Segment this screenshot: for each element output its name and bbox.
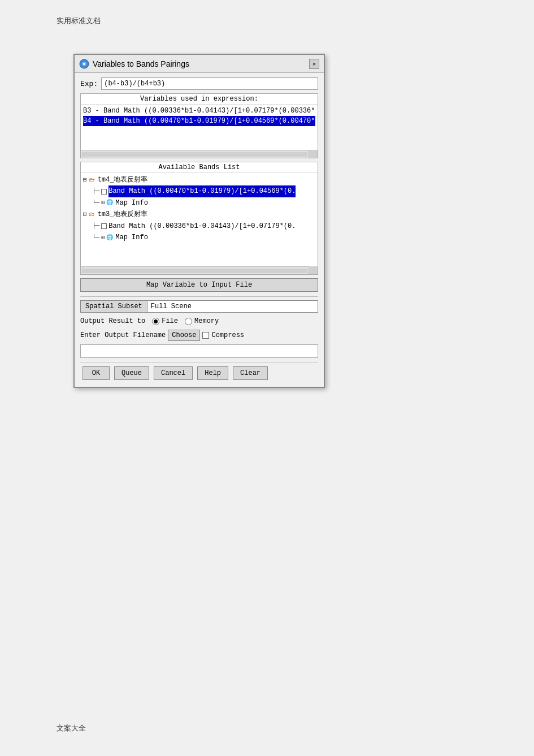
- available-bands-section: Available Bands List ⊟ 🗁 tm4_地表反射率 ├─ Ba: [80, 162, 318, 275]
- bands-scrollbar-corner: [309, 266, 318, 274]
- tree-item-tm4[interactable]: ⊟ 🗁 tm4_地表反射率: [83, 174, 315, 185]
- folder-icon-tm3: 🗁: [88, 210, 96, 218]
- dialog-title: Variables to Bands Pairings: [93, 59, 189, 68]
- output-file-label: File: [162, 317, 178, 325]
- tree-label-tm3: tm3_地表反射率: [98, 209, 148, 220]
- tree-item-tm3-mapinfo[interactable]: └─ ⊞ 🌐 Map Info: [92, 232, 315, 243]
- tree-line-tm4-child1: ├─: [92, 186, 99, 197]
- tree-line-tm4-child2: └─: [92, 198, 99, 209]
- dialog-body: Exp: Variables used in expression: B3 - …: [75, 73, 324, 387]
- globe-icon-tm3: 🌐: [106, 234, 114, 241]
- svg-point-2: [83, 63, 85, 65]
- filename-input[interactable]: [80, 344, 318, 358]
- variables-header: Variables used in expression:: [81, 94, 318, 105]
- spatial-subset-button[interactable]: Spatial Subset: [80, 300, 147, 313]
- page-background: 实用标准文档 文案大全 Variables to Bands Pairings …: [0, 0, 534, 756]
- tree-line-tm3-child2: └─: [92, 232, 99, 243]
- dialog-window: Variables to Bands Pairings × Exp: Varia…: [73, 54, 325, 388]
- available-bands-header: Available Bands List: [81, 162, 318, 173]
- tree-expand-mapinfo1[interactable]: ⊞: [101, 198, 105, 208]
- queue-button[interactable]: Queue: [114, 366, 149, 380]
- variables-scrollbar-horizontal[interactable]: [81, 150, 309, 158]
- var-line-2: B4 - Band Math ((0.00470*b1-0.01979)/[1+…: [83, 116, 315, 126]
- filename-row: Enter Output Filename Choose Compress: [80, 330, 318, 341]
- compress-row: Compress: [202, 331, 244, 339]
- dialog-titlebar: Variables to Bands Pairings ×: [75, 55, 324, 73]
- checkbox-tm3-bandmath[interactable]: [101, 223, 107, 229]
- tree-item-tm4-mapinfo[interactable]: └─ ⊞ 🌐 Map Info: [92, 197, 315, 209]
- choose-button[interactable]: Choose: [168, 330, 200, 341]
- expression-row: Exp:: [80, 77, 318, 90]
- scrollbar-track: [82, 152, 307, 157]
- globe-icon-tm4: 🌐: [106, 199, 114, 207]
- tree-label-tm3-bandmath: Band Math ((0.00336*b1-0.04143)/[1+0.071…: [108, 221, 296, 232]
- var-line-1: B3 - Band Math ((0.00336*b1-0.04143)/[1+…: [83, 106, 315, 116]
- output-label: Output Result to: [80, 317, 145, 325]
- tree-item-tm3[interactable]: ⊟ 🗁 tm3_地表反射率: [83, 209, 315, 220]
- filename-label: Enter Output Filename: [80, 331, 166, 339]
- help-button[interactable]: Help: [197, 366, 228, 380]
- expression-input[interactable]: [101, 77, 318, 90]
- dialog-close-button[interactable]: ×: [309, 59, 319, 69]
- watermark-bottom: 文案大全: [57, 723, 86, 733]
- output-file-radio[interactable]: File: [152, 317, 178, 325]
- checkbox-tm4-bandmath[interactable]: [101, 189, 107, 195]
- variables-section: Variables used in expression: B3 - Band …: [80, 93, 318, 158]
- ok-button[interactable]: OK: [83, 366, 110, 380]
- watermark-top: 实用标准文档: [57, 16, 101, 26]
- output-memory-radio[interactable]: Memory: [185, 317, 219, 325]
- bands-scrollbar-horizontal[interactable]: [81, 266, 309, 274]
- dialog-title-area: Variables to Bands Pairings: [79, 59, 189, 69]
- dialog-app-icon: [79, 59, 89, 69]
- tree-expand-tm3[interactable]: ⊟: [83, 209, 87, 220]
- tree-item-tm3-bandmath[interactable]: ├─ Band Math ((0.00336*b1-0.04143)/[1+0.…: [92, 221, 315, 232]
- buttons-row: OK Queue Cancel Help Clear: [80, 362, 318, 382]
- exp-label: Exp:: [80, 80, 98, 88]
- tree-label-tm3-mapinfo: Map Info: [115, 232, 148, 243]
- clear-button[interactable]: Clear: [233, 366, 268, 380]
- map-variable-button[interactable]: Map Variable to Input File: [80, 278, 318, 292]
- bands-scrollbar-track: [82, 269, 307, 273]
- compress-checkbox[interactable]: [202, 332, 209, 339]
- folder-icon-tm4: 🗁: [88, 176, 96, 184]
- scrollbar-corner: [309, 150, 318, 158]
- output-memory-label: Memory: [194, 317, 219, 325]
- compress-label: Compress: [211, 331, 244, 339]
- spatial-subset-row: Spatial Subset Full Scene: [80, 300, 318, 313]
- tree-content: ⊟ 🗁 tm4_地表反射率 ├─ Band Math ((0.00470*b1-…: [81, 173, 318, 244]
- cancel-button[interactable]: Cancel: [154, 366, 193, 380]
- spatial-value: Full Scene: [147, 300, 318, 313]
- tree-expand-mapinfo2[interactable]: ⊞: [101, 233, 105, 243]
- tree-label-tm4: tm4_地表反射率: [98, 174, 148, 185]
- variables-content: B3 - Band Math ((0.00336*b1-0.04143)/[1+…: [81, 105, 318, 127]
- divider-1: [80, 296, 318, 297]
- tree-expand-tm4[interactable]: ⊟: [83, 175, 87, 185]
- tree-item-tm4-bandmath[interactable]: ├─ Band Math ((0.00470*b1-0.01979)/[1+0.…: [92, 185, 315, 197]
- tree-label-tm4-bandmath: Band Math ((0.00470*b1-0.01979)/[1+0.045…: [108, 185, 296, 197]
- tree-line-tm3-child1: ├─: [92, 221, 99, 231]
- tree-label-tm4-mapinfo: Map Info: [115, 197, 148, 209]
- output-row: Output Result to File Memory: [80, 317, 318, 325]
- radio-file-indicator: [152, 318, 159, 325]
- radio-memory-indicator: [185, 318, 192, 325]
